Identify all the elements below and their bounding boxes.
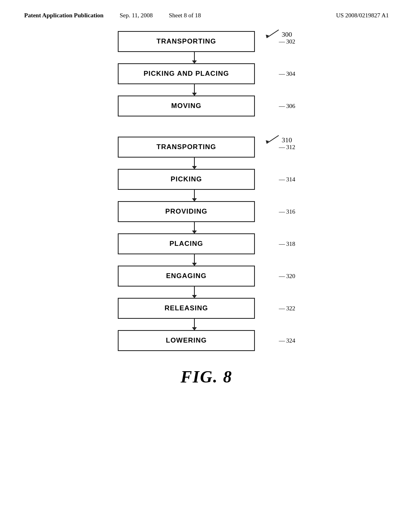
box-318-label: PLACING	[169, 240, 203, 248]
group-310: 310 TRANSPORTING — 312 PIC	[118, 137, 295, 351]
box-314-label: PICKING	[171, 175, 202, 183]
arrow-314-316	[194, 190, 195, 201]
box-304-label: PICKING AND PLACING	[144, 70, 229, 78]
box-304-wrapper: PICKING AND PLACING — 304	[118, 63, 271, 84]
box-302: TRANSPORTING	[118, 31, 255, 52]
header-title: Patent Application Publication	[24, 12, 104, 19]
header-date: Sep. 11, 2008	[120, 12, 153, 19]
header: Patent Application Publication Sep. 11, …	[0, 0, 413, 23]
box-306-wrapper: MOVING — 306	[118, 96, 271, 116]
arrow-322-324	[194, 319, 195, 330]
box-306: MOVING	[118, 96, 255, 116]
step-314-number: — 314	[279, 176, 296, 183]
box-322-label: RELEASING	[165, 304, 208, 312]
arrow-316-318	[194, 222, 195, 233]
box-322-wrapper: RELEASING — 322	[118, 298, 271, 319]
step-316-number: — 316	[279, 208, 296, 215]
arrow-302-304	[194, 52, 195, 63]
header-patent: US 2008/0219827 A1	[336, 12, 389, 19]
box-320-wrapper: ENGAGING — 320	[118, 266, 271, 287]
diagram-area: 300 TRANSPORTING — 302 PIC	[0, 23, 413, 403]
figure-label: FIG. 8	[181, 367, 233, 387]
box-302-label: TRANSPORTING	[156, 37, 216, 46]
group-300-number: 300	[282, 31, 292, 39]
box-306-label: MOVING	[171, 102, 202, 110]
box-312-wrapper: TRANSPORTING — 312	[118, 137, 271, 158]
page: Patent Application Publication Sep. 11, …	[0, 0, 413, 532]
box-324-wrapper: LOWERING — 324	[118, 330, 271, 351]
group-300: 300 TRANSPORTING — 302 PIC	[118, 31, 295, 116]
box-314: PICKING	[118, 169, 255, 190]
box-322: RELEASING	[118, 298, 255, 319]
group-310-number: 310	[282, 136, 292, 144]
box-316-wrapper: PROVIDING — 316	[118, 201, 271, 222]
header-sheet: Sheet 8 of 18	[169, 12, 201, 19]
group-310-flow: TRANSPORTING — 312 PICKING — 314	[118, 137, 271, 351]
box-312: TRANSPORTING	[118, 137, 255, 158]
box-316: PROVIDING	[118, 201, 255, 222]
box-318: PLACING	[118, 233, 255, 254]
box-324: LOWERING	[118, 330, 255, 351]
arrow-304-306	[194, 84, 195, 96]
arrow-318-320	[194, 254, 195, 266]
step-306-number: — 306	[279, 103, 296, 110]
box-320: ENGAGING	[118, 266, 255, 287]
step-318-number: — 318	[279, 241, 296, 247]
step-302-number: — 302	[279, 38, 296, 45]
step-320-number: — 320	[279, 273, 296, 280]
box-318-wrapper: PLACING — 318	[118, 233, 271, 254]
step-304-number: — 304	[279, 71, 296, 77]
box-314-wrapper: PICKING — 314	[118, 169, 271, 190]
box-304: PICKING AND PLACING	[118, 63, 255, 84]
box-302-wrapper: TRANSPORTING — 302	[118, 31, 271, 52]
box-320-label: ENGAGING	[166, 272, 207, 280]
group-300-flow: TRANSPORTING — 302 PICKING AND PLACING —	[118, 31, 271, 116]
step-312-number: — 312	[279, 144, 296, 151]
box-312-label: TRANSPORTING	[156, 143, 216, 151]
box-316-label: PROVIDING	[165, 208, 207, 216]
arrow-312-314	[194, 158, 195, 169]
step-324-number: — 324	[279, 337, 296, 344]
arrow-320-322	[194, 287, 195, 298]
step-322-number: — 322	[279, 305, 296, 312]
box-324-label: LOWERING	[166, 337, 207, 345]
